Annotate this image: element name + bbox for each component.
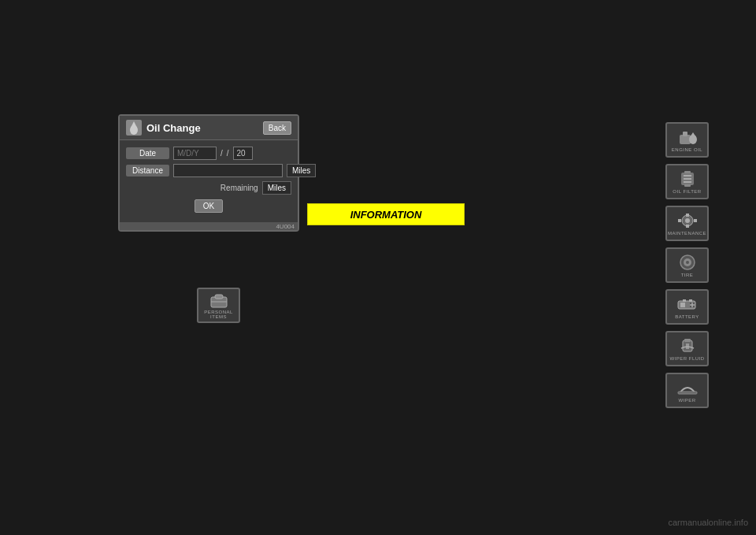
- svg-marker-5: [690, 132, 696, 137]
- distance-row: Distance Miles: [126, 164, 291, 177]
- svg-rect-16: [678, 219, 681, 222]
- personal-icon[interactable]: PERSONAL ITEMS: [197, 288, 240, 323]
- svg-rect-15: [686, 225, 689, 228]
- ok-button[interactable]: OK: [195, 199, 223, 213]
- svg-rect-9: [684, 181, 691, 183]
- maintenance-label: MAINTENANCE: [668, 231, 706, 236]
- battery-label: BATTERY: [675, 314, 699, 319]
- sidebar-icon-wiper[interactable]: WIPER: [665, 373, 709, 408]
- sidebar-icon-tire[interactable]: TIRE: [665, 247, 709, 283]
- svg-point-20: [686, 261, 689, 264]
- svg-rect-23: [689, 299, 692, 302]
- sidebar-icons: ENGINE OIL OIL FILTER: [665, 122, 709, 408]
- remaining-row: Remaining Miles: [126, 181, 291, 195]
- watermark: carmanualonline.info: [668, 518, 748, 527]
- svg-marker-1: [131, 121, 137, 128]
- remaining-miles-label: Miles: [262, 181, 291, 195]
- oil-filter-label: OIL FILTER: [673, 189, 701, 194]
- personal-items-label: PERSONAL ITEMS: [198, 310, 239, 319]
- oil-drop-icon: [126, 120, 142, 136]
- dialog-header: Oil Change Back: [120, 116, 298, 140]
- battery-icon: [676, 295, 699, 313]
- svg-point-13: [685, 218, 690, 223]
- footer-code: 4U004: [276, 223, 295, 230]
- svg-rect-17: [694, 219, 697, 222]
- svg-rect-7: [684, 175, 691, 176]
- svg-rect-34: [215, 295, 223, 299]
- remaining-label: Remaining: [220, 184, 258, 192]
- sidebar-icon-engine-oil[interactable]: ENGINE OIL: [665, 122, 709, 158]
- svg-rect-24: [680, 303, 685, 307]
- tire-label: TIRE: [681, 273, 694, 277]
- svg-rect-10: [684, 171, 691, 173]
- back-button[interactable]: Back: [263, 121, 291, 135]
- wiper-fluid-icon: [676, 337, 699, 355]
- wiper-fluid-label: WIPER FLUID: [669, 356, 704, 361]
- wiper-icon: [676, 379, 699, 396]
- sidebar-icon-oil-filter[interactable]: OIL FILTER: [665, 164, 709, 199]
- svg-rect-32: [678, 392, 697, 394]
- oil-filter-icon: [676, 170, 699, 188]
- date-input[interactable]: [173, 147, 217, 160]
- date-separator: /: [220, 149, 223, 158]
- engine-oil-icon: [676, 128, 699, 146]
- svg-rect-14: [686, 214, 689, 217]
- sidebar-icon-maintenance[interactable]: MAINTENANCE: [665, 206, 709, 241]
- wiper-label: WIPER: [678, 398, 695, 403]
- dialog-footer: 4U004: [120, 222, 298, 230]
- date-year-input[interactable]: [233, 147, 253, 160]
- dialog-title-area: Oil Change: [126, 120, 201, 136]
- date-label: Date: [126, 147, 169, 159]
- info-banner: INFORMATION: [307, 203, 465, 225]
- info-text: INFORMATION: [350, 209, 422, 221]
- svg-rect-3: [683, 132, 687, 136]
- svg-rect-29: [684, 339, 691, 342]
- distance-label: Distance: [126, 165, 169, 176]
- maintenance-icon: [676, 212, 699, 229]
- date-row: Date / /: [126, 147, 291, 160]
- sidebar-icon-battery[interactable]: BATTERY: [665, 289, 709, 325]
- svg-rect-11: [684, 184, 691, 187]
- oil-change-dialog: Oil Change Back Date / / Distance Miles …: [118, 114, 299, 232]
- miles-label: Miles: [287, 164, 316, 177]
- dialog-body: Date / / Distance Miles Remaining Miles …: [120, 140, 298, 219]
- engine-oil-label: ENGINE OIL: [672, 147, 702, 152]
- personal-items-icon: [208, 292, 230, 310]
- sidebar-icon-wiper-fluid[interactable]: WIPER FLUID: [665, 331, 709, 366]
- svg-rect-8: [684, 178, 691, 180]
- distance-input[interactable]: [173, 164, 283, 177]
- tire-icon: [676, 254, 699, 271]
- dialog-title: Oil Change: [146, 122, 201, 134]
- date-separator2: /: [227, 149, 229, 158]
- svg-rect-22: [683, 299, 686, 302]
